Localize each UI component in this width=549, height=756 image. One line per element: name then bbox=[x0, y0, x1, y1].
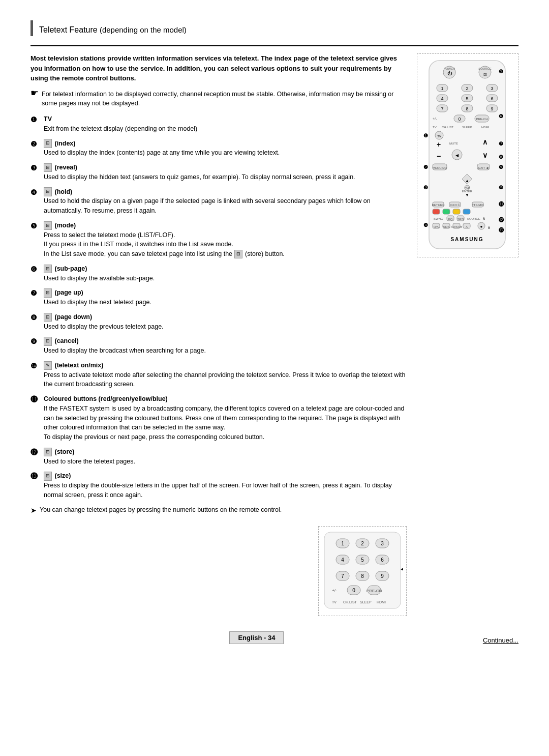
mode-desc3: In the List save mode, you can save tele… bbox=[44, 250, 234, 257]
svg-text:D/A: D/A bbox=[434, 225, 439, 228]
svg-text:❸: ❸ bbox=[423, 185, 428, 190]
title-sub: (depending on the model) bbox=[98, 25, 187, 34]
feature-title-4: (hold) bbox=[54, 188, 72, 195]
feature-item-9: ❾ ⊟ (cancel) Used to display the broadca… bbox=[30, 336, 407, 356]
feature-item-8: ❽ ⊟ (page down) Used to display the prev… bbox=[30, 312, 407, 332]
feature-content-7: ⊟ (page up) Used to display the next tel… bbox=[44, 288, 407, 307]
feature-title-11: Coloured buttons (red/green/yellow/blue) bbox=[44, 395, 168, 402]
feature-desc-1: Exit from the teletext display (dependin… bbox=[44, 125, 197, 132]
feature-desc-2: Used to display the index (contents) pag… bbox=[44, 149, 280, 156]
svg-text:+/-: +/- bbox=[332, 588, 337, 593]
feature-num-1: ❶ bbox=[30, 114, 40, 134]
remote-bottom-svg: 1 2 3 4 5 6 7 8 bbox=[322, 530, 403, 611]
svg-text:RETURN: RETURN bbox=[432, 203, 445, 207]
svg-text:SRS: SRS bbox=[443, 225, 449, 228]
feature-title-5: (mode) bbox=[54, 222, 76, 229]
svg-text:7: 7 bbox=[341, 573, 344, 579]
feature-desc-8: Used to display the previous teletext pa… bbox=[44, 323, 164, 330]
feature-desc-10: Press to activate teletext mode after se… bbox=[44, 371, 405, 388]
feature-num-2: ❷ bbox=[30, 139, 40, 158]
feature-content-11: Coloured buttons (red/green/yellow/blue)… bbox=[44, 394, 407, 442]
svg-text:❻: ❻ bbox=[499, 113, 503, 119]
svg-text:HDMI: HDMI bbox=[481, 126, 490, 129]
svg-rect-98 bbox=[433, 209, 440, 214]
feature-title-10: (teletext on/mix) bbox=[54, 362, 103, 369]
svg-text:0: 0 bbox=[458, 117, 461, 122]
svg-text:⊡: ⊡ bbox=[483, 72, 487, 77]
feature-desc-11a: If the FASTEXT system is used by a broad… bbox=[44, 405, 404, 431]
feature-content-8: ⊟ (page down) Used to display the previo… bbox=[44, 312, 407, 332]
feature-desc-13: Press to display the double-size letters… bbox=[44, 482, 392, 499]
svg-text:1: 1 bbox=[441, 86, 443, 91]
svg-text:▼: ▼ bbox=[465, 193, 469, 197]
svg-text:AD/SUB: AD/SUB bbox=[451, 225, 462, 228]
svg-text:❶: ❶ bbox=[423, 133, 428, 138]
svg-text:9: 9 bbox=[381, 573, 384, 579]
hold-icon: ⊟ bbox=[44, 187, 52, 196]
svg-text:TTX/MIX: TTX/MIX bbox=[472, 203, 484, 207]
svg-text:1: 1 bbox=[341, 541, 344, 546]
tip-text: You can change teletext pages by pressin… bbox=[40, 505, 282, 516]
text-column: Most television stations provide written… bbox=[30, 53, 407, 616]
feature-desc-4: Used to hold the display on a given page… bbox=[44, 197, 371, 214]
svg-text:❹: ❹ bbox=[423, 222, 428, 228]
feature-num-12: ⓬ bbox=[30, 447, 40, 467]
feature-num-5: ❺ bbox=[30, 221, 40, 259]
feature-desc-12: Used to store the teletext pages. bbox=[44, 458, 135, 465]
svg-text:4: 4 bbox=[341, 557, 344, 563]
svg-text:5: 5 bbox=[466, 96, 468, 101]
page-title: Teletext Feature (depending on the model… bbox=[30, 20, 518, 36]
feature-desc-11b: To display the previous or next page, pr… bbox=[44, 433, 264, 441]
feature-desc-9: Used to display the broadcast when searc… bbox=[44, 347, 206, 354]
svg-text:HDMI: HDMI bbox=[377, 600, 386, 604]
svg-text:CH.LIST: CH.LIST bbox=[343, 600, 357, 604]
index-icon: ⊟ bbox=[44, 139, 52, 148]
mode-desc3b: (store) button. bbox=[245, 250, 285, 257]
feature-title-2: (index) bbox=[54, 140, 75, 147]
svg-text:6: 6 bbox=[381, 557, 384, 563]
pagedown-icon: ⊟ bbox=[44, 313, 52, 322]
remote-wrapper: POWER ⏻ SOURCE ⊡ ❺ 1 2 3 4 bbox=[417, 53, 518, 257]
svg-text:+: + bbox=[437, 140, 441, 149]
feature-content-13: ⊟ (size) Press to display the double-siz… bbox=[44, 471, 407, 500]
svg-marker-28 bbox=[401, 567, 403, 572]
svg-text:SLEEP: SLEEP bbox=[462, 126, 472, 129]
feature-content-2: ⊟ (index) Used to display the index (con… bbox=[44, 139, 407, 158]
svg-text:A: A bbox=[466, 225, 468, 228]
svg-text:SRS: SRS bbox=[458, 218, 464, 221]
svg-text:POWER: POWER bbox=[444, 67, 455, 70]
mode-desc1: Press to select the teletext mode (LIST/… bbox=[44, 231, 175, 239]
svg-text:PRE-CH: PRE-CH bbox=[367, 589, 382, 593]
tip-item: ➤ You can change teletext pages by press… bbox=[30, 505, 407, 516]
feature-item-3: ❸ ⊟ (reveal) Used to display the hidden … bbox=[30, 163, 407, 182]
svg-text:−: − bbox=[437, 152, 441, 160]
svg-text:PRE-CH: PRE-CH bbox=[476, 118, 487, 121]
tip-arrow: ➤ bbox=[30, 505, 37, 516]
svg-text:3: 3 bbox=[381, 541, 384, 546]
mode-desc2: If you press it in the LIST mode, it swi… bbox=[44, 241, 233, 248]
feature-num-13: ⓭ bbox=[30, 471, 40, 500]
svg-text:9: 9 bbox=[491, 106, 493, 111]
feature-content-12: ⊟ (store) Used to store the teletext pag… bbox=[44, 447, 407, 467]
feature-content-3: ⊟ (reveal) Used to display the hidden te… bbox=[44, 163, 407, 182]
feature-title-12: (store) bbox=[54, 448, 74, 455]
footer-english-label: English - 34 bbox=[229, 631, 284, 644]
svg-text:◀: ◀ bbox=[455, 153, 459, 158]
feature-item-12: ⓬ ⊟ (store) Used to store the teletext p… bbox=[30, 447, 407, 467]
svg-text:SOURCE: SOURCE bbox=[478, 67, 492, 70]
feature-num-10: ❿ bbox=[30, 361, 40, 389]
feature-num-6: ❻ bbox=[30, 264, 40, 283]
svg-text:❺: ❺ bbox=[499, 69, 503, 74]
pageup-icon: ⊟ bbox=[44, 288, 52, 298]
feature-num-9: ❾ bbox=[30, 336, 40, 356]
feature-desc-3: Used to display the hidden text (answers… bbox=[44, 173, 355, 181]
svg-text:SOURCE: SOURCE bbox=[467, 217, 480, 220]
feature-num-11: ⓫ bbox=[30, 394, 40, 442]
svg-text:EQ: EQ bbox=[448, 218, 453, 221]
svg-rect-99 bbox=[443, 209, 450, 214]
feature-item-13: ⓭ ⊟ (size) Press to display the double-s… bbox=[30, 471, 407, 500]
feature-content-1: TV Exit from the teletext display (depen… bbox=[44, 114, 407, 134]
feature-title-6: (sub-page) bbox=[54, 265, 87, 272]
subpage-icon: ⊟ bbox=[44, 265, 52, 274]
feature-item-6: ❻ ⊟ (sub-page) Used to display the avail… bbox=[30, 264, 407, 283]
